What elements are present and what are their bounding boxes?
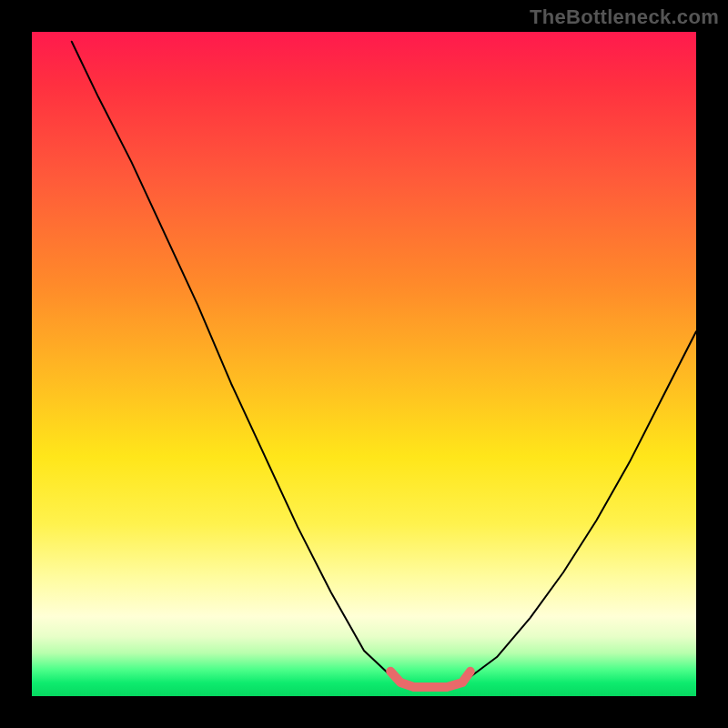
watermark-text: TheBottleneck.com [530, 5, 719, 29]
optimal-range-highlight [390, 672, 470, 687]
chart-frame: TheBottleneck.com [0, 0, 728, 728]
bottleneck-curve [72, 42, 696, 687]
curve-layer [32, 32, 696, 696]
plot-area [32, 32, 696, 696]
